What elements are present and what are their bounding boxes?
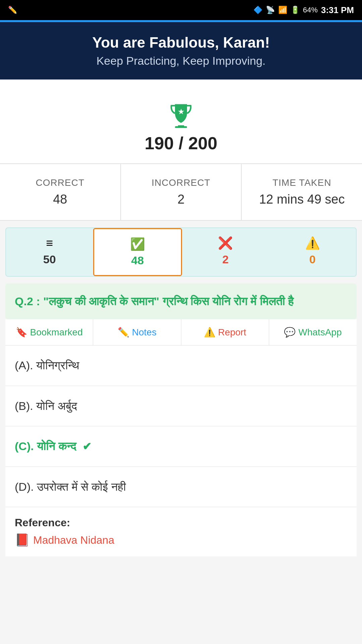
status-left-icons: ✏️ bbox=[8, 6, 17, 14]
skipped-circle-icon: ⚠️ bbox=[305, 236, 320, 250]
question-body: : "लकुच की आकृति के समान" ग्रन्थि किस यो… bbox=[36, 295, 294, 308]
reference-link-text: Madhava Nidana bbox=[33, 534, 114, 546]
correct-tab-count: 48 bbox=[131, 254, 144, 267]
options-container: (A). योनिग्रन्थि (B). योनि अर्बुद (C). य… bbox=[5, 345, 357, 507]
correct-value: 48 bbox=[3, 192, 117, 207]
notes-button[interactable]: ✏️ Notes bbox=[93, 319, 181, 345]
score-card: ★ 190 / 200 bbox=[0, 79, 362, 164]
status-bar: ✏️ 🔷 📡 📶 🔋 64% 3:31 PM bbox=[0, 0, 362, 20]
option-c-text: योनि कन्द bbox=[37, 440, 76, 452]
battery-icon: 🔋 bbox=[291, 6, 300, 14]
tab-correct[interactable]: ✅ 48 bbox=[93, 228, 182, 276]
whatsapp-button[interactable]: 💬 WhatsApp bbox=[269, 319, 357, 345]
option-c-prefix: (C). bbox=[15, 440, 37, 452]
all-count: 50 bbox=[43, 253, 56, 266]
option-d-prefix: (D). bbox=[15, 480, 37, 493]
time-value: 12 mins 49 sec bbox=[245, 192, 359, 207]
option-d-text: उपरोक्त में से कोई नही bbox=[37, 480, 126, 493]
battery-percent: 64% bbox=[303, 6, 318, 14]
book-icon: 📕 bbox=[15, 533, 30, 547]
notes-label: Notes bbox=[132, 327, 157, 338]
header-subtitle: Keep Practicing, Keep Improving. bbox=[13, 54, 349, 67]
notes-icon: ✏️ bbox=[118, 327, 129, 338]
skipped-tab-count: 0 bbox=[309, 253, 316, 266]
time-label: TIME TAKEN bbox=[245, 177, 359, 188]
whatsapp-icon: 💬 bbox=[284, 327, 296, 338]
option-d[interactable]: (D). उपरोक्त में से कोई नही bbox=[5, 467, 357, 507]
question-number: Q.2 bbox=[15, 295, 33, 308]
whatsapp-label: WhatsApp bbox=[298, 327, 342, 338]
score-display: 190 / 200 bbox=[7, 133, 355, 153]
correct-label: CORRECT bbox=[3, 177, 117, 188]
sim-icon: 📶 bbox=[278, 6, 287, 14]
stat-correct: CORRECT 48 bbox=[0, 164, 121, 220]
status-right-icons: 🔷 📡 📶 🔋 64% 3:31 PM bbox=[253, 5, 354, 15]
header-title: You are Fabulous, Karan! bbox=[13, 34, 349, 51]
incorrect-circle-icon: ❌ bbox=[218, 236, 233, 250]
tab-incorrect[interactable]: ❌ 2 bbox=[182, 228, 269, 276]
bookmark-label: Bookmarked bbox=[30, 327, 83, 338]
bluetooth-icon: 🔷 bbox=[253, 6, 262, 14]
bookmark-icon: 🔖 bbox=[16, 327, 27, 338]
wifi-icon: 📡 bbox=[266, 6, 275, 14]
tab-all[interactable]: ≡ 50 bbox=[6, 228, 93, 276]
header-banner: You are Fabulous, Karan! Keep Practicing… bbox=[0, 22, 362, 79]
report-button[interactable]: ⚠️ Report bbox=[181, 319, 269, 345]
incorrect-tab-count: 2 bbox=[222, 253, 229, 266]
option-a-text: योनिग्रन्थि bbox=[36, 359, 79, 372]
option-a[interactable]: (A). योनिग्रन्थि bbox=[5, 345, 357, 386]
option-a-prefix: (A). bbox=[15, 359, 36, 372]
option-b-text: योनि अर्बुद bbox=[36, 399, 77, 412]
question-text: Q.2 : "लकुच की आकृति के समान" ग्रन्थि कि… bbox=[15, 293, 347, 310]
option-b[interactable]: (B). योनि अर्बुद bbox=[5, 386, 357, 427]
report-icon: ⚠️ bbox=[204, 327, 216, 338]
svg-rect-0 bbox=[175, 126, 187, 128]
clock: 3:31 PM bbox=[321, 5, 354, 15]
correct-check-icon: ✔ bbox=[82, 440, 92, 452]
stat-time: TIME TAKEN 12 mins 49 sec bbox=[242, 164, 362, 220]
trophy-icon: ★ bbox=[7, 100, 355, 130]
reference-label: Reference: bbox=[15, 517, 347, 529]
stat-incorrect: INCORRECT 2 bbox=[121, 164, 242, 220]
question-block: Q.2 : "लकुच की आकृति के समान" ग्रन्थि कि… bbox=[5, 283, 357, 319]
report-label: Report bbox=[218, 327, 246, 338]
incorrect-value: 2 bbox=[124, 192, 238, 207]
filter-tabs: ≡ 50 ✅ 48 ❌ 2 ⚠️ 0 bbox=[5, 227, 357, 277]
action-row: 🔖 Bookmarked ✏️ Notes ⚠️ Report 💬 WhatsA… bbox=[5, 319, 357, 345]
reference-link[interactable]: 📕 Madhava Nidana bbox=[15, 533, 347, 547]
option-c[interactable]: (C). योनि कन्द ✔ bbox=[5, 426, 357, 467]
svg-text:★: ★ bbox=[178, 108, 184, 115]
stats-row: CORRECT 48 INCORRECT 2 TIME TAKEN 12 min… bbox=[0, 164, 362, 221]
correct-circle-icon: ✅ bbox=[130, 237, 145, 251]
incorrect-label: INCORRECT bbox=[124, 177, 238, 188]
list-icon: ≡ bbox=[46, 236, 53, 250]
option-b-prefix: (B). bbox=[15, 399, 36, 412]
bookmark-button[interactable]: 🔖 Bookmarked bbox=[5, 319, 93, 345]
reference-block: Reference: 📕 Madhava Nidana bbox=[5, 507, 357, 556]
tab-skipped[interactable]: ⚠️ 0 bbox=[269, 228, 356, 276]
